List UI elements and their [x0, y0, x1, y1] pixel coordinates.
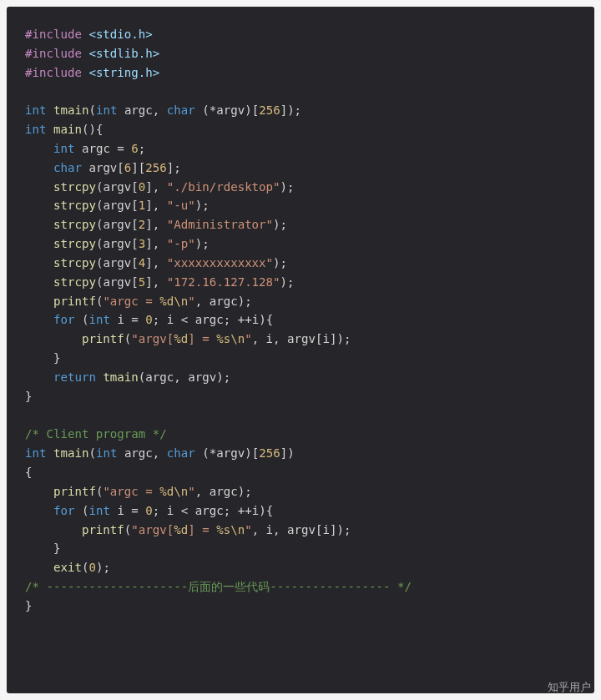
comment: /* Client program */ — [25, 427, 167, 441]
code-block: #include <stdio.h> #include <stdlib.h> #… — [7, 7, 594, 693]
watermark: 知乎用户 — [548, 680, 591, 695]
include-path: <stdio.h> — [88, 28, 152, 41]
preproc-kw: #include — [25, 47, 82, 60]
fn-exit: exit — [53, 561, 82, 574]
preproc-kw: #include — [25, 28, 82, 41]
fn-tmain: tmain — [53, 103, 88, 117]
include-path: <stdlib.h> — [88, 47, 159, 60]
preproc-kw: #include — [25, 66, 82, 79]
fn-strcpy: strcpy — [53, 180, 96, 194]
include-path: <string.h> — [88, 66, 159, 79]
kw-int: int — [25, 103, 46, 117]
fn-printf: printf — [53, 295, 96, 308]
fn-main: main — [53, 123, 82, 136]
comment-cn: /* --------------------后面的一些代码----------… — [25, 580, 412, 593]
